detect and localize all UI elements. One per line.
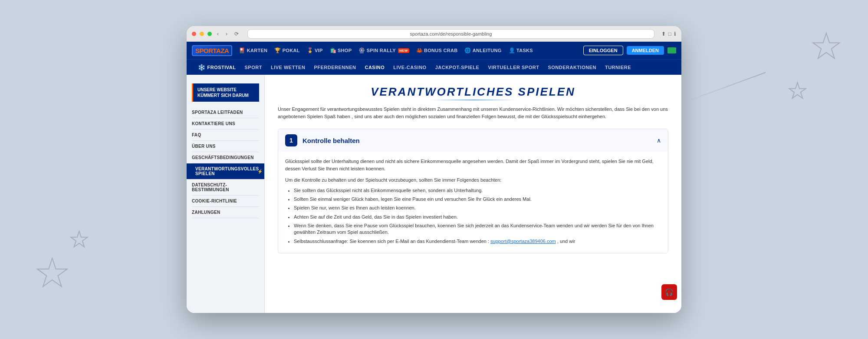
bullet-6-suffix: , und wir (557, 239, 575, 244)
accordion-header-left: 1 Kontrolle behalten (285, 134, 360, 146)
pokal-icon: 🏆 (274, 47, 281, 53)
deco-line (684, 72, 766, 103)
accordion-chevron-icon: ∧ (657, 137, 661, 144)
nav-karten-label: KARTEN (247, 48, 268, 53)
browser-forward-button[interactable]: › (224, 30, 229, 38)
second-nav: ❄️ FROSTIVAL SPORT LIVE WETTEN PFERDEREN… (187, 59, 681, 75)
sidebar-item-leitfaden[interactable]: SPORTAZA LEITFADEN (192, 107, 259, 118)
accordion-header[interactable]: 1 Kontrolle behalten ∧ (278, 129, 668, 152)
nav-live-wetten[interactable]: LIVE WETTEN (266, 63, 309, 72)
page-title: VERANTWORTLICHES SPIELEN (278, 85, 668, 99)
nav-bonus-crab-label: BONUS CRAB (424, 48, 458, 53)
deco-star-small-left: ★ (69, 227, 89, 252)
nav-spin-rally[interactable]: 🎡 SPIN RALLY NEW (355, 46, 412, 55)
url-text: sportaza.com/de/responsible-gambling (410, 31, 492, 37)
bullet-item-2: Sollten Sie einmal weniger Glück haben, … (294, 196, 661, 203)
sidebar-item-datenschutz[interactable]: DATENSCHUTZ-BESTIMMUNGEN (192, 179, 259, 196)
support-email-link[interactable]: support@sportaza389406.com (490, 239, 556, 244)
nav-shop[interactable]: 🛍️ SHOP (327, 46, 355, 55)
sidebar-item-cookie[interactable]: COOKIE-RICHTLINIE (192, 196, 259, 207)
browser-back-button[interactable]: ‹ (215, 30, 220, 38)
accordion-number: 1 (285, 134, 297, 146)
info-button[interactable]: ℹ (674, 31, 676, 37)
deco-star-large-right: ★ (811, 26, 842, 66)
sidebar-item-zahlungen[interactable]: ZAHLUNGEN (192, 207, 259, 218)
browser-actions: ⬆ □ ℹ (661, 31, 676, 37)
nav-pferderennen[interactable]: PFERDERENNEN (309, 63, 360, 72)
nav-turniere[interactable]: TURNIERE (601, 63, 635, 72)
sidebar-item-geschaeftsbedingungen[interactable]: GESCHÄFTSBEDINGUNGEN (192, 152, 259, 163)
nav-tasks[interactable]: 👤 TASKS (506, 46, 536, 55)
logo-accent: A (216, 47, 220, 54)
browser-window: ‹ › ⟳ sportaza.com/de/responsible-gambli… (187, 26, 681, 313)
language-selector[interactable] (667, 47, 676, 53)
nav-vip-label: VIP (315, 48, 323, 53)
sidebar-item-verantwortungsvolles[interactable]: VERANTWORTUNGSVOLLES SPIELEN (187, 163, 264, 179)
nav-casino[interactable]: CASINO (360, 63, 389, 72)
address-bar[interactable]: sportaza.com/de/responsible-gambling (247, 29, 654, 39)
sidebar: UNSERE WEBSITE KÜMMERT SICH DARUM SPORTA… (187, 75, 265, 313)
anmelden-button[interactable]: ANMELDEN (627, 46, 664, 55)
einloggen-button[interactable]: EINLOGGEN (583, 46, 623, 55)
shop-icon: 🛍️ (330, 47, 336, 53)
logo[interactable]: SPORTAZA (192, 45, 232, 56)
logo-text2: ZA (220, 47, 229, 54)
nav-frostival[interactable]: ❄️ FROSTIVAL (194, 62, 240, 73)
window-maximize-dot[interactable] (207, 32, 212, 36)
main-content: VERANTWORTLICHES SPIELEN Unser Engagemen… (265, 75, 681, 313)
bullet-6-text: Selbstausschlussanfrage: Sie koennen sic… (294, 239, 490, 244)
frostival-icon: ❄️ (198, 64, 206, 71)
nav-vip[interactable]: 🎖️ VIP (304, 46, 326, 55)
browser-chrome: ‹ › ⟳ sportaza.com/de/responsible-gambli… (187, 26, 681, 42)
nav-sport[interactable]: SPORT (240, 63, 266, 72)
nav-anleitung[interactable]: 🌐 ANLEITUNG (461, 46, 504, 55)
content-area: UNSERE WEBSITE KÜMMERT SICH DARUM SPORTA… (187, 75, 681, 313)
accordion-body: Glücksspiel sollte der Unterhaltung dien… (278, 152, 668, 253)
bullet-item-4: Achten Sie auf die Zeit und das Geld, da… (294, 214, 661, 220)
sidebar-item-faq[interactable]: FAQ (192, 130, 259, 141)
deco-star-large-left: ★ (35, 250, 70, 296)
nav-jackpot-spiele[interactable]: JACKPOT-SPIELE (431, 63, 484, 72)
bullet-item-3: Spielen Sie nur, wenn Sie es Ihnen auch … (294, 205, 661, 211)
nav-anleitung-label: ANLEITUNG (473, 48, 502, 53)
nav-sonderaktionen[interactable]: SONDERAKTIONEN (543, 63, 601, 72)
accordion-intro-para2: Um die Kontrolle zu behalten und der Spi… (285, 176, 661, 184)
nav-tasks-label: TASKS (516, 48, 533, 53)
bullet-item-6: Selbstausschlussanfrage: Sie koennen sic… (294, 238, 661, 245)
top-nav: SPORTAZA 🎴 KARTEN 🏆 POKAL 🎖️ VIP 🛍️ SHOP… (187, 42, 681, 59)
intro-text: Unser Engagement für verantwortungsbewus… (278, 106, 668, 120)
nav-live-casino[interactable]: LIVE-CASINO (389, 63, 431, 72)
nav-spin-rally-label: SPIN RALLY (367, 48, 396, 53)
logo-text: SPORT (195, 47, 216, 54)
window-minimize-dot[interactable] (200, 32, 204, 36)
sidebar-highlight: UNSERE WEBSITE KÜMMERT SICH DARUM (192, 83, 259, 102)
nav-karten[interactable]: 🎴 KARTEN (236, 46, 270, 55)
support-button[interactable]: 🎧 (661, 284, 677, 300)
nav-bonus-crab[interactable]: 🦀 BONUS CRAB (413, 46, 461, 55)
nav-pokal[interactable]: 🏆 POKAL (271, 46, 302, 55)
bullet-item-5: Wenn Sie denken, dass Sie eine Pause vom… (294, 223, 661, 236)
bonus-crab-icon: 🦀 (416, 47, 423, 53)
bookmark-button[interactable]: □ (668, 31, 671, 37)
accordion-kontrolle: 1 Kontrolle behalten ∧ Glücksspiel sollt… (278, 129, 668, 253)
frostival-label: FROSTIVAL (207, 65, 236, 70)
deco-star-small-right: ★ (788, 78, 807, 103)
accordion-title: Kontrolle behalten (302, 137, 360, 144)
anleitung-icon: 🌐 (464, 47, 471, 53)
nav-shop-label: SHOP (338, 48, 352, 53)
share-button[interactable]: ⬆ (661, 31, 666, 37)
sidebar-item-kontakt[interactable]: KONTAKTIERE UNS (192, 118, 259, 130)
tasks-icon: 👤 (509, 47, 515, 53)
bullet-item-1: Sie sollten das Glücksspiel nicht als Ei… (294, 187, 661, 194)
window-close-dot[interactable] (192, 32, 196, 36)
sidebar-item-ueber-uns[interactable]: ÜBER UNS (192, 141, 259, 152)
accordion-intro-para1: Glücksspiel sollte der Unterhaltung dien… (285, 158, 661, 172)
karten-icon: 🎴 (239, 47, 245, 53)
spin-rally-badge: NEW (398, 48, 409, 53)
accordion-bullet-list: Sie sollten das Glücksspiel nicht als Ei… (285, 187, 661, 245)
nav-pokal-label: POKAL (283, 48, 300, 53)
support-icon: 🎧 (665, 288, 674, 296)
nav-virtueller-sport[interactable]: VIRTUELLER SPORT (483, 63, 543, 72)
vip-icon: 🎖️ (307, 47, 313, 53)
browser-reload-button[interactable]: ⟳ (233, 30, 240, 38)
